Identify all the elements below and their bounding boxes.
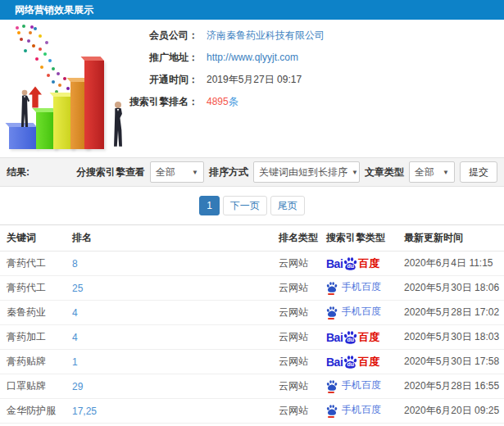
table-row: 秦鲁药业4云网站手机百度2020年5月28日 17:02: [0, 301, 504, 325]
updated-cell: 2020年6月4日 11:15: [397, 252, 504, 276]
rank-link[interactable]: 29: [72, 381, 83, 392]
baidu-pc-logo: Baidu百度: [326, 356, 379, 369]
updated-cell: 2020年6月4日 11:10: [397, 424, 504, 426]
baidu-paw-icon: du: [343, 356, 357, 369]
app-window: 网络营销效果展示: [0, 0, 504, 426]
table-row: 膏药代工8云网站Baidu百度2020年6月4日 11:15: [0, 252, 504, 276]
keyword-cell: 膏药加工: [0, 325, 66, 350]
rank-cell: 10: [66, 424, 272, 426]
page-1-button[interactable]: 1: [199, 196, 220, 215]
keyword-cell: 福建防护服: [0, 424, 66, 426]
col-rank: 排名: [66, 225, 272, 252]
submit-button[interactable]: 提交: [460, 161, 497, 183]
rank-cell: 17,25: [66, 399, 272, 424]
baidu-pc-logo: Baidu百度: [326, 257, 379, 270]
rank-type-cell: 云网站: [272, 350, 320, 374]
baidu-paw-icon: du: [343, 257, 357, 270]
member-company-link[interactable]: 济南秦鲁药业科技有限公司: [207, 29, 325, 43]
keyword-cell: 膏药代工: [0, 276, 66, 301]
caret-down-icon: ▼: [443, 169, 449, 176]
rank-type-cell: 云网站: [272, 325, 320, 350]
keyword-cell: 膏药代工: [0, 252, 66, 276]
updated-cell: 2020年5月30日 18:06: [397, 276, 504, 301]
updated-cell: 2020年5月30日 17:58: [397, 350, 504, 374]
rank-cell: 4: [66, 301, 272, 325]
keyword-cell: 口罩贴牌: [0, 374, 66, 399]
col-engine-type: 搜索引擎类型: [320, 225, 397, 252]
table-row: 口罩贴牌29云网站手机百度2020年5月28日 16:55: [0, 374, 504, 399]
col-rank-type: 排名类型: [272, 225, 320, 252]
promo-url-link[interactable]: http://www.qlyyjt.com: [207, 52, 298, 63]
baidu-mobile-logo: 手机百度: [326, 405, 381, 415]
member-profile-section: 会员公司： 济南秦鲁药业科技有限公司 推广地址： http://www.qlyy…: [0, 20, 504, 157]
table-row: 福建防护服10云网站手机百度2020年6月4日 11:10: [0, 424, 504, 426]
engine-rank-value: 4895条: [207, 95, 238, 109]
baidu-paw-icon: [326, 282, 338, 292]
engine-type-cell: 手机百度: [320, 374, 397, 399]
engine-view-selected-value: 全部: [156, 165, 175, 179]
promo-url-label: 推广地址：: [123, 51, 198, 65]
promo-url-row: 推广地址： http://www.qlyyjt.com: [123, 52, 325, 63]
rank-type-cell: 云网站: [272, 399, 320, 424]
table-row: 膏药贴牌1云网站Baidu百度2020年5月30日 17:58: [0, 350, 504, 374]
next-page-button[interactable]: 下一页: [223, 196, 267, 215]
rank-type-cell: 云网站: [272, 424, 320, 426]
rank-link[interactable]: 4: [72, 332, 78, 343]
engine-rank-label: 搜索引擎排名：: [123, 95, 198, 109]
keyword-cell: 秦鲁药业: [0, 301, 66, 325]
updated-cell: 2020年5月28日 16:55: [397, 374, 504, 399]
table-row: 膏药加工4云网站Baidu百度2020年5月30日 18:03: [0, 325, 504, 350]
caret-down-icon: ▼: [352, 169, 358, 176]
rank-type-cell: 云网站: [272, 301, 320, 325]
sort-select[interactable]: 关键词由短到长排序 ▼: [253, 161, 360, 183]
rank-cell: 1: [66, 350, 272, 374]
rank-type-cell: 云网站: [272, 276, 320, 301]
member-info-panel: 会员公司： 济南秦鲁药业科技有限公司 推广地址： http://www.qlyy…: [123, 29, 325, 118]
member-company-row: 会员公司： 济南秦鲁药业科技有限公司: [123, 29, 325, 41]
titlebar: 网络营销效果展示: [0, 0, 504, 20]
last-page-button[interactable]: 尾页: [270, 196, 305, 215]
engine-type-cell: Baidu百度: [320, 252, 397, 276]
col-updated: 最新更新时间: [397, 225, 504, 252]
baidu-paw-icon: [326, 306, 338, 317]
engine-rank-unit: 条: [229, 96, 238, 107]
engine-view-label: 分搜索引擎查看: [76, 165, 145, 179]
updated-cell: 2020年5月30日 18:03: [397, 325, 504, 350]
article-type-select[interactable]: 全部 ▼: [409, 161, 455, 183]
engine-type-cell: 手机百度: [320, 399, 397, 424]
pagination: 1 下一页 尾页: [0, 187, 504, 224]
updated-cell: 2020年6月20日 09:25: [397, 399, 504, 424]
open-time-value: 2019年5月27日 09:17: [207, 73, 302, 87]
filter-controls: 分搜索引擎查看 全部 ▼ 排序方式 关键词由短到长排序 ▼ 文章类型 全部 ▼ …: [76, 161, 497, 183]
sort-selected-value: 关键词由短到长排序: [259, 165, 347, 179]
table-row: 金华防护服17,25云网站手机百度2020年6月20日 09:25: [0, 399, 504, 424]
table-header-row: 关键词 排名 排名类型 搜索引擎类型 最新更新时间: [0, 225, 504, 252]
baidu-mobile-logo: 手机百度: [326, 380, 381, 391]
baidu-mobile-logo: 手机百度: [326, 306, 381, 317]
result-section-label: 结果:: [7, 165, 30, 179]
engine-view-select[interactable]: 全部 ▼: [150, 161, 204, 183]
engine-type-cell: 手机百度: [320, 301, 397, 325]
rank-link[interactable]: 4: [72, 307, 78, 319]
filter-bar: 结果: 分搜索引擎查看 全部 ▼ 排序方式 关键词由短到长排序 ▼ 文章类型 全…: [0, 157, 504, 187]
rank-link[interactable]: 8: [72, 258, 78, 270]
col-keyword: 关键词: [0, 225, 66, 252]
keyword-cell: 膏药贴牌: [0, 350, 66, 374]
rank-type-cell: 云网站: [272, 252, 320, 276]
page-title: 网络营销效果展示: [15, 4, 93, 16]
baidu-mobile-logo: 手机百度: [326, 282, 381, 292]
rank-link[interactable]: 25: [72, 283, 83, 294]
rank-link[interactable]: 17,25: [72, 406, 97, 417]
rank-link[interactable]: 1: [72, 356, 78, 368]
keyword-cell: 金华防护服: [0, 399, 66, 424]
engine-type-cell: 手机百度: [320, 276, 397, 301]
baidu-paw-icon: du: [343, 331, 357, 344]
open-time-label: 开通时间：: [123, 73, 198, 87]
open-time-row: 开通时间： 2019年5月27日 09:17: [123, 74, 325, 85]
chart-bar-red: [84, 61, 104, 149]
engine-type-cell: 手机百度: [320, 424, 397, 426]
baidu-pc-logo: Baidu百度: [326, 331, 379, 344]
rank-cell: 4: [66, 325, 272, 350]
sort-label: 排序方式: [209, 165, 248, 179]
baidu-paw-icon: [326, 380, 338, 391]
